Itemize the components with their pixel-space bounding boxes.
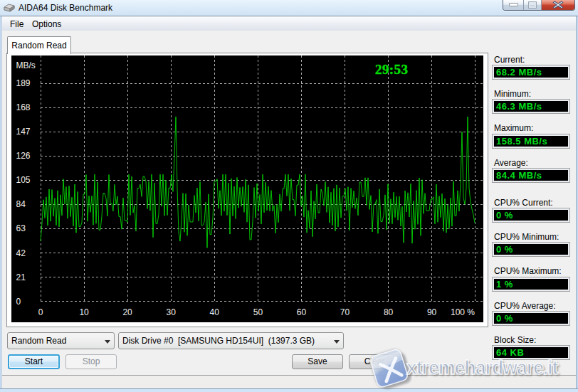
svg-text:21: 21 (16, 272, 26, 282)
svg-text:168: 168 (16, 102, 31, 112)
svg-text:20: 20 (122, 307, 132, 317)
svg-text:10: 10 (79, 307, 89, 317)
svg-text:189: 189 (16, 78, 31, 88)
svg-text:84: 84 (16, 199, 26, 209)
svg-text:MB/s: MB/s (16, 60, 36, 70)
svg-text:147: 147 (16, 127, 31, 137)
svg-text:40: 40 (210, 307, 220, 317)
svg-text:80: 80 (384, 307, 394, 317)
svg-text:0: 0 (16, 297, 21, 307)
svg-text:29:53: 29:53 (375, 62, 408, 77)
svg-text:50: 50 (253, 307, 263, 317)
svg-text:126: 126 (16, 151, 31, 161)
svg-text:0: 0 (38, 307, 43, 317)
svg-text:63: 63 (16, 223, 26, 233)
svg-text:100 %: 100 % (451, 307, 475, 317)
svg-text:105: 105 (16, 175, 31, 185)
svg-text:42: 42 (16, 248, 26, 258)
svg-text:90: 90 (427, 307, 437, 317)
svg-text:60: 60 (297, 307, 307, 317)
svg-text:70: 70 (340, 307, 350, 317)
svg-text:30: 30 (167, 307, 177, 317)
